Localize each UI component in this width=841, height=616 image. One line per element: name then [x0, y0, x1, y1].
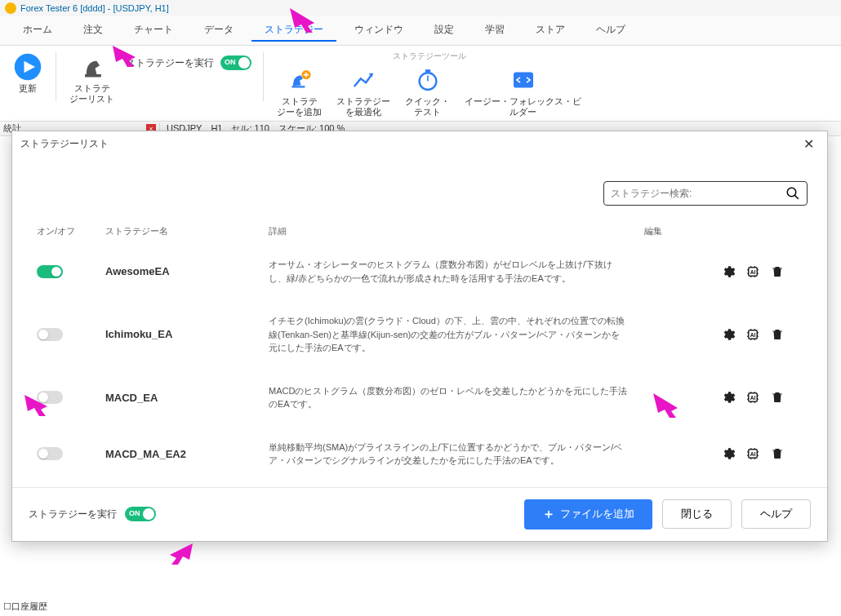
builder-label: イージー・フォレックス・ビ ルダー [465, 96, 581, 117]
strategy-row: AwesomeEAオーサム・オシレーターのヒストグラム（度数分布図）がゼロレベル… [32, 243, 801, 299]
add-file-button[interactable]: ＋ ファイルを追加 [524, 499, 652, 530]
search-icon [785, 186, 800, 201]
bottom-status: ☐口座履歴 [3, 600, 47, 613]
row-toggle[interactable] [37, 265, 63, 278]
header-name: ストラテジー名 [105, 225, 269, 237]
footer-run-toggle[interactable]: ON [125, 507, 156, 521]
svg-text:AI: AI [750, 332, 756, 338]
update-label: 更新 [19, 83, 37, 94]
menu-window[interactable]: ウィンドウ [341, 20, 416, 42]
strategy-desc: オーサム・オシレーターのヒストグラム（度数分布図）がゼロレベルを上抜け/下抜けし… [269, 258, 644, 285]
menu-data[interactable]: データ [191, 20, 247, 42]
menu-order[interactable]: 注文 [70, 20, 116, 42]
menu-settings[interactable]: 設定 [421, 20, 467, 42]
run-strategy-toggle[interactable]: ON [220, 55, 251, 70]
code-icon [509, 65, 538, 95]
list-body: AwesomeEAオーサム・オシレーターのヒストグラム（度数分布図）がゼロレベル… [32, 243, 808, 482]
strategy-tools-group: ストラテジーツール ストラテ ジーを追加 ストラテジー を最適化 クイック・ テ… [272, 51, 586, 119]
add-strategy-button[interactable]: ストラテ ジーを追加 [272, 64, 327, 119]
row-toggle[interactable] [37, 391, 63, 404]
svg-rect-5 [425, 69, 429, 72]
modal-close-button[interactable]: ✕ [799, 136, 819, 152]
menu-home[interactable]: ホーム [10, 20, 65, 42]
knight-icon [78, 52, 107, 82]
strategy-list-label: ストラテ ジーリスト [69, 83, 114, 104]
header-onoff: オン/オフ [32, 225, 105, 237]
strategy-name: Ichimoku_EA [105, 328, 269, 340]
strategy-row: MACD_EAMACDのヒストグラム（度数分布図）のゼロ・レベルを交差したかどう… [32, 370, 801, 426]
svg-point-7 [787, 188, 796, 197]
modal-title: ストラテジーリスト [20, 137, 109, 151]
header-edit: 編集 [644, 225, 808, 237]
trash-icon[interactable] [770, 390, 785, 405]
ai-icon[interactable]: AI [745, 264, 760, 279]
row-toggle[interactable] [37, 447, 63, 460]
gear-icon[interactable] [721, 390, 736, 405]
gear-icon[interactable] [721, 264, 736, 279]
footer-run-label: ストラテジーを実行 [29, 507, 117, 521]
trash-icon[interactable] [770, 446, 785, 461]
help-button[interactable]: ヘルプ [741, 499, 811, 529]
svg-marker-21 [170, 543, 193, 565]
app-icon [5, 2, 16, 14]
update-button[interactable]: 更新 [8, 51, 47, 95]
run-strategy-label: ストラテジーを実行 [126, 56, 214, 70]
strategy-tools-label: ストラテジーツール [272, 51, 586, 62]
play-icon [13, 52, 42, 82]
stopwatch-icon [413, 65, 443, 95]
svg-text:AI: AI [750, 451, 756, 457]
strategy-desc: MACDのヒストグラム（度数分布図）のゼロ・レベルを交差したかどうかを元にした手… [269, 384, 644, 411]
search-input[interactable] [611, 188, 785, 199]
strategy-name: MACD_EA [105, 392, 269, 404]
quicktest-button[interactable]: クイック・ テスト [400, 64, 455, 119]
gear-icon[interactable] [721, 446, 736, 461]
menu-chart[interactable]: チャート [121, 20, 186, 42]
knight-add-icon [285, 65, 314, 95]
strategy-name: AwesomeEA [105, 265, 269, 277]
modal-footer: ストラテジーを実行 ON ＋ ファイルを追加 閉じる ヘルプ [12, 487, 827, 541]
svg-text:AI: AI [750, 395, 756, 401]
menu-bar: ホーム 注文 チャート データ ストラテジー ウィンドウ 設定 学習 ストア ヘ… [0, 16, 841, 46]
list-header: オン/オフ ストラテジー名 詳細 編集 [32, 220, 808, 243]
ai-icon[interactable]: AI [745, 390, 760, 405]
trash-icon[interactable] [770, 327, 785, 342]
optimize-icon [349, 65, 378, 95]
builder-button[interactable]: イージー・フォレックス・ビ ルダー [460, 64, 586, 119]
strategy-list-modal: ストラテジーリスト ✕ オン/オフ ストラテジー名 詳細 編集 AwesomeE… [11, 131, 828, 542]
strategy-desc: 単純移動平均(SMA)がプライスラインの上/下に位置するかどうかで、ブル・パター… [269, 441, 644, 468]
optimize-label: ストラテジー を最適化 [336, 96, 390, 117]
row-toggle[interactable] [37, 328, 63, 341]
ribbon: 更新 ストラテ ジーリスト ストラテジーを実行 ON ストラテジーツール ストラ… [0, 46, 841, 122]
title-bar: Forex Tester 6 [dddd] - [USDJPY, H1] [0, 0, 841, 16]
window-title: Forex Tester 6 [dddd] - [USDJPY, H1] [20, 3, 169, 13]
strategy-name: MACD_MA_EA2 [105, 448, 269, 460]
menu-help[interactable]: ヘルプ [583, 20, 639, 42]
strategy-row: MACD_MA_EA2単純移動平均(SMA)がプライスラインの上/下に位置するか… [32, 426, 801, 482]
close-button[interactable]: 閉じる [662, 499, 732, 529]
strategy-row: Ichimoku_EAイチモク(Ichimoku)の雲(クラウド・Cloud）の… [32, 299, 801, 370]
svg-text:AI: AI [750, 269, 756, 275]
trash-icon[interactable] [770, 264, 785, 279]
optimize-button[interactable]: ストラテジー を最適化 [332, 64, 395, 119]
header-desc: 詳細 [269, 225, 644, 237]
strategy-list-button[interactable]: ストラテ ジーリスト [65, 51, 119, 106]
ai-icon[interactable]: AI [745, 327, 760, 342]
strategy-desc: イチモク(Ichimoku)の雲(クラウド・Cloud）の下、上、雲の中、それぞ… [269, 314, 644, 355]
search-box[interactable] [603, 181, 808, 206]
gear-icon[interactable] [721, 327, 736, 342]
add-strategy-label: ストラテ ジーを追加 [277, 96, 322, 117]
ai-icon[interactable]: AI [745, 446, 760, 461]
menu-learn[interactable]: 学習 [472, 20, 518, 42]
quicktest-label: クイック・ テスト [405, 96, 450, 117]
run-strategy-group: ストラテジーを実行 ON [122, 51, 255, 75]
menu-store[interactable]: ストア [523, 20, 578, 42]
menu-strategy[interactable]: ストラテジー [251, 20, 336, 42]
